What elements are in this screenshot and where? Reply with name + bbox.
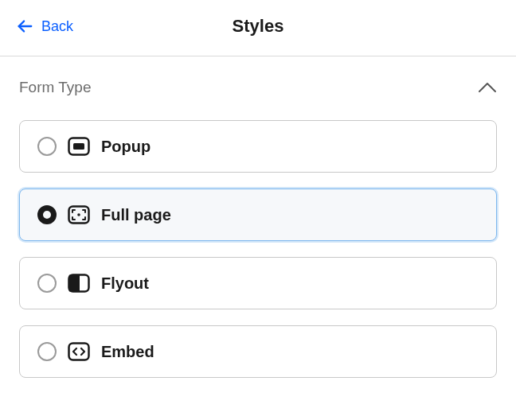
option-embed[interactable]: Embed xyxy=(19,325,497,378)
radio-flyout[interactable] xyxy=(37,274,57,293)
option-label: Popup xyxy=(101,138,150,156)
svg-rect-7 xyxy=(77,275,80,292)
popup-icon xyxy=(68,135,90,158)
svg-rect-8 xyxy=(69,344,89,360)
radio-popup[interactable] xyxy=(37,137,57,156)
back-arrow-icon xyxy=(16,18,33,35)
svg-rect-2 xyxy=(73,143,84,150)
section-header[interactable]: Form Type xyxy=(19,79,497,96)
form-type-options: Popup Full page Flyout xyxy=(19,120,497,378)
form-type-section: Form Type Popup Full page xyxy=(0,56,516,378)
option-label: Embed xyxy=(101,343,154,361)
radio-fullpage[interactable] xyxy=(37,205,57,224)
option-fullpage[interactable]: Full page xyxy=(19,189,497,241)
back-button[interactable]: Back xyxy=(16,18,73,35)
header: Back Styles xyxy=(0,0,516,56)
back-label: Back xyxy=(41,18,73,35)
option-label: Full page xyxy=(101,206,171,224)
embed-icon xyxy=(68,340,90,363)
flyout-icon xyxy=(68,272,90,294)
page-title: Styles xyxy=(233,16,284,37)
section-title: Form Type xyxy=(19,79,91,96)
option-popup[interactable]: Popup xyxy=(19,120,497,173)
radio-embed[interactable] xyxy=(37,342,57,361)
option-flyout[interactable]: Flyout xyxy=(19,257,497,309)
option-label: Flyout xyxy=(101,274,149,293)
svg-point-4 xyxy=(77,213,80,216)
fullpage-icon xyxy=(68,204,90,226)
chevron-up-icon xyxy=(478,82,497,93)
